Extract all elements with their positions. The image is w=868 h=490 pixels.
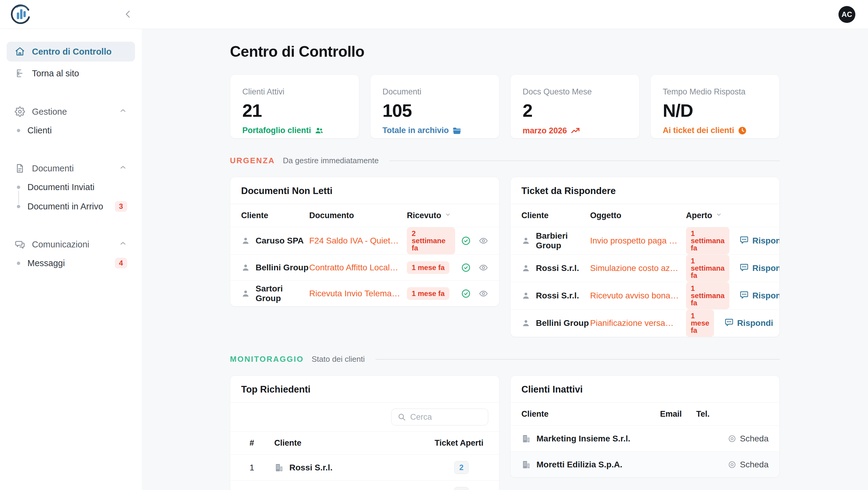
ticket-subject-link[interactable]: Simulazione costo azienda... [590, 263, 686, 273]
person-icon [241, 289, 250, 298]
mark-read-button[interactable] [461, 289, 471, 298]
search-icon [398, 413, 406, 421]
document-link[interactable]: Contratto Affitto Locale... [309, 263, 407, 272]
chevron-up-icon [119, 239, 127, 250]
sidebar-item-control-center[interactable]: Centro di Controllo [7, 41, 135, 62]
document-icon [14, 163, 25, 174]
person-icon [521, 291, 530, 300]
table-row[interactable]: Rossi S.r.l. Ricevuto avviso bonario A..… [510, 282, 779, 309]
table-row[interactable]: 1 Rossi S.r.l. 2 [230, 454, 499, 480]
app-logo-icon [10, 4, 31, 25]
stat-footer-label[interactable]: Ai ticket dei clienti [663, 126, 734, 135]
speech-bubble-icon [740, 290, 749, 301]
sidebar-section-documenti: Documenti Documenti Inviati Documenti in… [7, 159, 135, 216]
panel-title: Clienti Inattivi [510, 376, 779, 402]
stat-footer-label[interactable]: Totale in archivio [382, 126, 449, 135]
stat-label: Clienti Attivi [242, 87, 347, 96]
panel-top-richiedenti: Top Richiedenti # Cliente Ticket [230, 375, 499, 490]
section-monitoraggio-header: MONITORAGGIO Stato dei clienti [230, 354, 780, 364]
column-header-aperto[interactable]: Aperto [686, 211, 722, 220]
mark-read-button[interactable] [461, 263, 471, 272]
client-name: Marketing Insieme S.r.l. [536, 434, 630, 443]
sidebar-section-comunicazioni: Comunicazioni Messaggi 4 [7, 235, 135, 273]
document-link[interactable]: Ricevuta Invio Telematico... [309, 289, 407, 298]
chevron-up-icon [119, 163, 127, 174]
search-box[interactable] [391, 408, 488, 426]
sidebar-section-toggle-documenti[interactable]: Documenti [7, 159, 135, 177]
panel-title: Ticket da Rispondere [510, 177, 779, 204]
column-header-ricevuto[interactable]: Ricevuto [407, 211, 455, 220]
stat-card-clienti-attivi: Clienti Attivi 21 Portafoglio clienti [230, 74, 359, 139]
building-icon [274, 489, 284, 490]
section-label: MONITORAGGIO [230, 354, 304, 364]
sidebar-collapse-button[interactable] [122, 8, 135, 21]
table-row[interactable]: Sartori Group Ricevuta Invio Telematico.… [230, 280, 499, 306]
gear-icon [14, 106, 25, 117]
reply-label: Rispondi [737, 318, 773, 328]
sidebar-item-label: Messaggi [27, 258, 65, 268]
bullet-dot-icon [17, 262, 20, 265]
sidebar-item-label: Documenti in Arrivo [27, 202, 103, 211]
search-input[interactable] [410, 412, 482, 422]
ticket-subject-link[interactable]: Pianificazione versamento... [590, 318, 686, 328]
table-row[interactable]: 2 Bellini Group 1 [230, 480, 499, 490]
column-header-cliente: Cliente [521, 211, 590, 220]
sidebar-section-label: Documenti [32, 164, 74, 173]
sidebar-section-label: Gestione [32, 107, 67, 117]
rank-number: 2 [241, 489, 265, 490]
column-header-cliente: Cliente [241, 211, 309, 220]
ticket-subject-link[interactable]: Invio prospetto paga dipe... [590, 236, 686, 246]
mark-read-button[interactable] [461, 236, 471, 246]
table-row[interactable]: Barbieri Group Invio prospetto paga dipe… [510, 227, 779, 254]
table-row[interactable]: Bellini Group Pianificazione versamento.… [510, 309, 779, 337]
panel-ticket-da-rispondere: Ticket da Rispondere Cliente Oggetto Ape… [510, 177, 780, 337]
building-icon [521, 460, 531, 469]
stat-card-docs-questo-mese: Docs Questo Mese 2 marzo 2026 [510, 74, 640, 139]
view-button[interactable] [478, 236, 488, 246]
stat-value: N/D [663, 100, 767, 121]
open-tickets-badge: 2 [454, 461, 469, 474]
sidebar-item-messaggi[interactable]: Messaggi 4 [7, 254, 135, 273]
person-icon [521, 264, 530, 273]
user-avatar[interactable]: AC [838, 6, 855, 23]
client-name: Rossi S.r.l. [536, 291, 579, 300]
sidebar-item-label: Clienti [27, 125, 52, 136]
reply-button[interactable]: Rispondi [714, 318, 773, 329]
sidebar-item-clienti[interactable]: Clienti [7, 121, 135, 140]
sidebar-item-back-to-site[interactable]: Torna al sito [7, 63, 135, 83]
scheda-label: Scheda [740, 434, 769, 443]
scheda-button[interactable]: Scheda [725, 460, 769, 469]
stat-label: Tempo Medio Risposta [663, 87, 767, 96]
client-name: Sartori Group [255, 284, 309, 303]
opened-badge: 1 mese fa [686, 310, 714, 337]
stat-footer-label[interactable]: marzo 2026 [523, 126, 567, 136]
reply-button[interactable]: Rispondi [730, 235, 780, 247]
table-row[interactable]: Caruso SPA F24 Saldo IVA - Quietanza 2 s… [230, 227, 499, 254]
view-button[interactable] [478, 263, 488, 272]
sidebar-item-documenti-inviati[interactable]: Documenti Inviati [7, 177, 135, 197]
eye-icon [728, 460, 736, 469]
scheda-button[interactable]: Scheda [725, 434, 769, 443]
reply-button[interactable]: Rispondi [730, 290, 780, 301]
sidebar-section-toggle-gestione[interactable]: Gestione [7, 103, 135, 121]
speech-bubble-icon [724, 318, 734, 329]
view-button[interactable] [478, 289, 488, 298]
column-header-documento: Documento [309, 211, 407, 220]
table-header: Cliente Email Tel. [510, 403, 779, 426]
table-row[interactable]: Marketing Insieme S.r.l. Scheda [510, 426, 779, 451]
sidebar-item-label: Centro di Controllo [32, 47, 112, 57]
stat-card-documenti: Documenti 105 Totale in archivio [370, 74, 499, 139]
sidebar-item-documenti-in-arrivo[interactable]: Documenti in Arrivo 3 [7, 197, 135, 216]
sidebar-section-gestione: Gestione Clienti [7, 103, 135, 140]
users-icon [315, 126, 324, 135]
ticket-subject-link[interactable]: Ricevuto avviso bonario A... [590, 291, 686, 300]
sidebar-section-toggle-comunicazioni[interactable]: Comunicazioni [7, 235, 135, 254]
table-row[interactable]: Rossi S.r.l. Simulazione costo azienda..… [510, 254, 779, 282]
document-link[interactable]: F24 Saldo IVA - Quietanza [309, 236, 407, 246]
panel-documenti-non-letti: Documenti Non Letti Cliente Documento Ri… [230, 177, 499, 307]
reply-button[interactable]: Rispondi [730, 263, 780, 274]
stat-footer-label[interactable]: Portafoglio clienti [242, 126, 311, 135]
table-row[interactable]: Moretti Edilizia S.p.A. Scheda [510, 451, 779, 477]
clock-icon [738, 126, 747, 135]
table-row[interactable]: Bellini Group Contratto Affitto Locale..… [230, 254, 499, 280]
